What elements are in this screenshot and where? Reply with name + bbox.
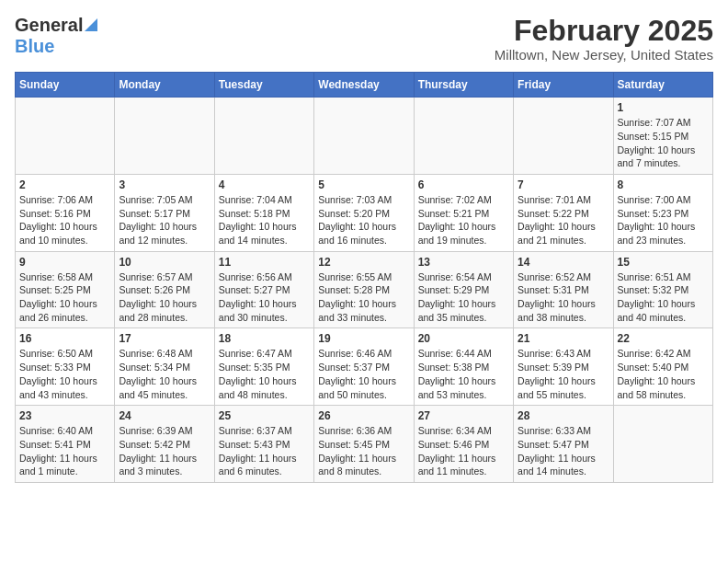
day-number: 15: [618, 256, 709, 269]
calendar-cell: 26Sunrise: 6:36 AM Sunset: 5:45 PM Dayli…: [314, 406, 414, 483]
day-number: 3: [119, 178, 210, 191]
page-header: General Blue February 2025 Milltown, New…: [15, 15, 713, 63]
column-header-wednesday: Wednesday: [314, 73, 414, 98]
calendar-cell: [115, 98, 214, 175]
day-number: 18: [219, 332, 310, 345]
calendar-cell: [514, 98, 613, 175]
calendar-cell: 5Sunrise: 7:03 AM Sunset: 5:20 PM Daylig…: [314, 174, 414, 251]
day-info: Sunrise: 6:44 AM Sunset: 5:38 PM Dayligh…: [418, 347, 509, 401]
title-block: February 2025 Milltown, New Jersey, Unit…: [495, 15, 713, 63]
day-info: Sunrise: 6:34 AM Sunset: 5:46 PM Dayligh…: [418, 424, 509, 478]
day-number: 14: [518, 256, 609, 269]
day-number: 13: [418, 256, 509, 269]
logo-blue-text: Blue: [15, 36, 54, 56]
svg-marker-0: [85, 18, 97, 31]
day-number: 1: [618, 101, 709, 114]
page-subtitle: Milltown, New Jersey, United States: [495, 47, 713, 63]
calendar-table: SundayMondayTuesdayWednesdayThursdayFrid…: [15, 72, 713, 483]
day-number: 16: [19, 332, 110, 345]
column-header-saturday: Saturday: [613, 73, 712, 98]
calendar-cell: 8Sunrise: 7:00 AM Sunset: 5:23 PM Daylig…: [613, 174, 712, 251]
day-number: 10: [119, 256, 210, 269]
day-number: 11: [219, 256, 310, 269]
day-info: Sunrise: 6:43 AM Sunset: 5:39 PM Dayligh…: [518, 347, 609, 401]
calendar-cell: 18Sunrise: 6:47 AM Sunset: 5:35 PM Dayli…: [214, 328, 313, 406]
calendar-cell: 25Sunrise: 6:37 AM Sunset: 5:43 PM Dayli…: [214, 406, 313, 483]
day-number: 27: [418, 409, 509, 422]
calendar-week-5: 23Sunrise: 6:40 AM Sunset: 5:41 PM Dayli…: [16, 406, 713, 483]
calendar-cell: 16Sunrise: 6:50 AM Sunset: 5:33 PM Dayli…: [16, 328, 115, 406]
day-number: 5: [318, 178, 409, 191]
day-info: Sunrise: 6:47 AM Sunset: 5:35 PM Dayligh…: [219, 347, 310, 401]
calendar-cell: 24Sunrise: 6:39 AM Sunset: 5:42 PM Dayli…: [115, 406, 214, 483]
day-info: Sunrise: 7:07 AM Sunset: 5:15 PM Dayligh…: [618, 116, 709, 170]
calendar-cell: 20Sunrise: 6:44 AM Sunset: 5:38 PM Dayli…: [414, 328, 513, 406]
calendar-cell: 15Sunrise: 6:51 AM Sunset: 5:32 PM Dayli…: [613, 251, 712, 328]
calendar-cell: 14Sunrise: 6:52 AM Sunset: 5:31 PM Dayli…: [514, 251, 613, 328]
calendar-cell: [214, 98, 313, 175]
logo: General Blue: [15, 15, 97, 57]
day-number: 28: [518, 409, 609, 422]
calendar-cell: 10Sunrise: 6:57 AM Sunset: 5:26 PM Dayli…: [115, 251, 214, 328]
day-info: Sunrise: 6:55 AM Sunset: 5:28 PM Dayligh…: [318, 270, 409, 325]
day-number: 17: [119, 332, 210, 345]
day-info: Sunrise: 7:06 AM Sunset: 5:16 PM Dayligh…: [19, 193, 110, 247]
day-number: 12: [318, 256, 409, 269]
day-info: Sunrise: 6:48 AM Sunset: 5:34 PM Dayligh…: [119, 347, 210, 401]
calendar-cell: [16, 98, 115, 175]
day-info: Sunrise: 6:50 AM Sunset: 5:33 PM Dayligh…: [19, 347, 110, 401]
day-info: Sunrise: 6:57 AM Sunset: 5:26 PM Dayligh…: [119, 270, 210, 325]
calendar-cell: 17Sunrise: 6:48 AM Sunset: 5:34 PM Dayli…: [115, 328, 214, 406]
calendar-cell: [314, 98, 414, 175]
calendar-week-4: 16Sunrise: 6:50 AM Sunset: 5:33 PM Dayli…: [16, 328, 713, 406]
column-header-sunday: Sunday: [16, 73, 115, 98]
calendar-week-2: 2Sunrise: 7:06 AM Sunset: 5:16 PM Daylig…: [16, 174, 713, 251]
calendar-cell: 9Sunrise: 6:58 AM Sunset: 5:25 PM Daylig…: [16, 251, 115, 328]
calendar-cell: [414, 98, 513, 175]
day-number: 7: [518, 178, 609, 191]
day-info: Sunrise: 6:56 AM Sunset: 5:27 PM Dayligh…: [219, 270, 310, 325]
calendar-cell: 7Sunrise: 7:01 AM Sunset: 5:22 PM Daylig…: [514, 174, 613, 251]
day-number: 19: [318, 332, 409, 345]
day-info: Sunrise: 6:33 AM Sunset: 5:47 PM Dayligh…: [518, 424, 609, 478]
day-number: 4: [219, 178, 310, 191]
day-number: 25: [219, 409, 310, 422]
logo-general-text: General: [15, 15, 83, 36]
column-header-monday: Monday: [115, 73, 214, 98]
page-title: February 2025: [495, 15, 713, 47]
day-info: Sunrise: 6:42 AM Sunset: 5:40 PM Dayligh…: [618, 347, 709, 401]
day-number: 9: [19, 256, 110, 269]
day-number: 8: [618, 178, 709, 191]
calendar-cell: 22Sunrise: 6:42 AM Sunset: 5:40 PM Dayli…: [613, 328, 712, 406]
day-number: 23: [19, 409, 110, 422]
day-info: Sunrise: 6:39 AM Sunset: 5:42 PM Dayligh…: [119, 424, 210, 478]
day-info: Sunrise: 7:00 AM Sunset: 5:23 PM Dayligh…: [618, 193, 709, 247]
calendar-week-3: 9Sunrise: 6:58 AM Sunset: 5:25 PM Daylig…: [16, 251, 713, 328]
calendar-cell: 11Sunrise: 6:56 AM Sunset: 5:27 PM Dayli…: [214, 251, 313, 328]
day-number: 20: [418, 332, 509, 345]
calendar-header-row: SundayMondayTuesdayWednesdayThursdayFrid…: [16, 73, 713, 98]
day-info: Sunrise: 7:03 AM Sunset: 5:20 PM Dayligh…: [318, 193, 409, 247]
calendar-cell: 3Sunrise: 7:05 AM Sunset: 5:17 PM Daylig…: [115, 174, 214, 251]
calendar-cell: 2Sunrise: 7:06 AM Sunset: 5:16 PM Daylig…: [16, 174, 115, 251]
day-info: Sunrise: 6:36 AM Sunset: 5:45 PM Dayligh…: [318, 424, 409, 478]
calendar-cell: [613, 406, 712, 483]
calendar-cell: 13Sunrise: 6:54 AM Sunset: 5:29 PM Dayli…: [414, 251, 513, 328]
day-info: Sunrise: 7:04 AM Sunset: 5:18 PM Dayligh…: [219, 193, 310, 247]
day-info: Sunrise: 7:01 AM Sunset: 5:22 PM Dayligh…: [518, 193, 609, 247]
column-header-thursday: Thursday: [414, 73, 513, 98]
column-header-tuesday: Tuesday: [214, 73, 313, 98]
calendar-cell: 19Sunrise: 6:46 AM Sunset: 5:37 PM Dayli…: [314, 328, 414, 406]
day-number: 2: [19, 178, 110, 191]
day-number: 24: [119, 409, 210, 422]
calendar-cell: 6Sunrise: 7:02 AM Sunset: 5:21 PM Daylig…: [414, 174, 513, 251]
day-info: Sunrise: 6:58 AM Sunset: 5:25 PM Dayligh…: [19, 270, 110, 325]
calendar-cell: 12Sunrise: 6:55 AM Sunset: 5:28 PM Dayli…: [314, 251, 414, 328]
calendar-cell: 23Sunrise: 6:40 AM Sunset: 5:41 PM Dayli…: [16, 406, 115, 483]
column-header-friday: Friday: [514, 73, 613, 98]
calendar-cell: 4Sunrise: 7:04 AM Sunset: 5:18 PM Daylig…: [214, 174, 313, 251]
day-number: 22: [618, 332, 709, 345]
day-info: Sunrise: 7:02 AM Sunset: 5:21 PM Dayligh…: [418, 193, 509, 247]
day-number: 21: [518, 332, 609, 345]
day-info: Sunrise: 6:52 AM Sunset: 5:31 PM Dayligh…: [518, 270, 609, 325]
